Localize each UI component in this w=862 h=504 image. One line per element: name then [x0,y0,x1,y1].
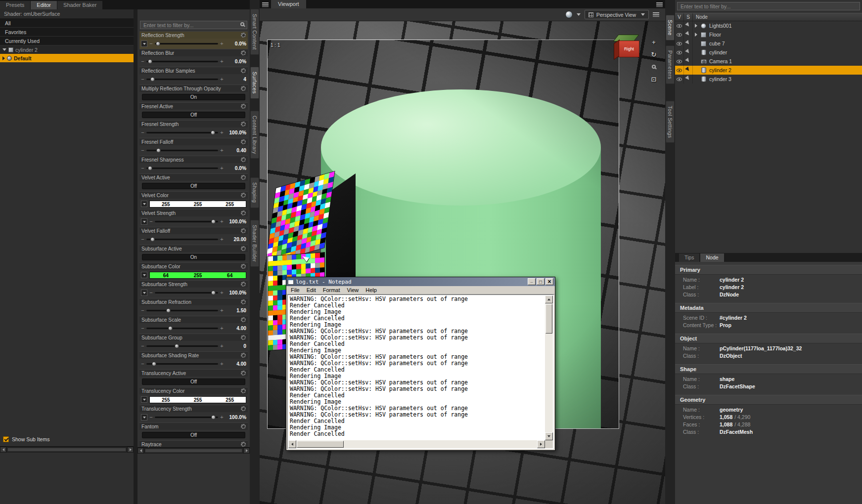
orientation-cube-front[interactable]: Right [619,41,639,57]
slider-track[interactable] [146,239,218,240]
gear-icon[interactable] [241,299,246,304]
expand-open-icon[interactable] [2,48,6,51]
gear-icon[interactable] [241,264,246,269]
eye-icon[interactable] [677,60,682,63]
decrement-button[interactable] [141,77,144,82]
increment-button[interactable] [220,219,224,224]
show-sub-items-option[interactable]: Show Sub Items [3,436,49,442]
slider-track[interactable] [155,417,218,418]
gear-icon[interactable] [241,104,246,109]
dock-tab-shader-builder[interactable]: Shader Builder [250,220,259,267]
decrement-button[interactable] [141,308,144,313]
slider-thumb[interactable] [148,59,152,64]
slider-track[interactable] [146,150,218,151]
gear-icon[interactable] [241,86,246,91]
param-value[interactable]: 100.0% [226,415,246,420]
slider-thumb[interactable] [211,219,216,224]
scroll-right-button[interactable] [537,440,545,448]
eye-icon[interactable] [677,51,682,54]
decrement-button[interactable] [141,166,144,171]
toggle-translucency-active[interactable]: Off [142,378,245,385]
increment-button[interactable] [220,59,224,64]
decrement-button[interactable] [149,415,153,420]
dock-tab-scene[interactable]: Scene [666,15,675,41]
gear-icon[interactable] [241,282,246,287]
tab-node[interactable]: Node [700,253,724,262]
scroll-up-button[interactable] [545,295,553,303]
cursor-icon[interactable] [685,31,692,38]
zoom-tool-icon[interactable] [650,63,658,71]
tab-presets[interactable]: Presets [0,1,30,9]
gear-icon[interactable] [241,371,246,376]
gear-icon[interactable] [241,139,246,144]
toggle-fantom[interactable]: Off [142,432,245,438]
gear-icon[interactable] [241,424,246,429]
gear-icon[interactable] [241,246,246,251]
map-menu-button[interactable] [141,396,147,403]
notepad-window[interactable]: log.txt - Notepad FileEditFormatViewHelp… [286,277,555,451]
color-channel-value[interactable]: 255 [214,201,246,207]
decrement-button[interactable] [149,290,153,295]
checkbox-checked-icon[interactable] [3,436,9,442]
slider-thumb[interactable] [211,130,215,135]
close-button[interactable] [545,278,553,285]
color-swatch[interactable]: 6425564 [149,272,246,279]
log-text-area[interactable]: WARNING: QColor::setHsv: HSV parameters … [288,295,545,440]
expand-arrow-icon[interactable] [695,24,697,28]
tab-viewport[interactable]: Viewport [271,0,306,8]
column-node[interactable]: Node [693,13,862,21]
cursor-icon[interactable] [685,76,692,83]
decrement-button[interactable] [149,219,153,224]
slider-track[interactable] [146,79,218,80]
increment-button[interactable] [220,415,224,420]
maximize-button[interactable] [537,278,544,285]
slider-thumb[interactable] [150,77,155,82]
panel-divider[interactable] [134,9,137,504]
gear-icon[interactable] [241,228,246,233]
slider-thumb[interactable] [150,237,155,242]
dock-tab-smart-content[interactable]: Smart Content [250,9,259,55]
decrement-button[interactable] [141,343,144,349]
pane-options-icon[interactable] [656,2,663,7]
scroll-left-button[interactable] [0,447,6,453]
eye-icon[interactable] [677,24,682,28]
color-swatch[interactable]: 255255255 [149,201,246,208]
gear-icon[interactable] [241,33,246,38]
slider-thumb[interactable] [156,42,160,46]
param-value[interactable]: 1.50 [226,308,246,313]
decrement-button[interactable] [141,130,144,135]
toggle-subsurface-active[interactable]: On [142,254,245,260]
tree-item-cylinder-2[interactable]: cylinder 2 [0,45,134,54]
toggle-multiply-reflection-through-opacity[interactable]: On [142,94,245,100]
cursor-icon[interactable] [685,58,692,65]
color-channel-value[interactable]: 255 [150,397,182,403]
param-value[interactable]: 100.0% [226,130,246,135]
decrement-button[interactable] [141,237,144,242]
slider-track[interactable] [146,363,218,365]
slider-thumb[interactable] [175,344,179,348]
scroll-left-button[interactable] [288,440,296,448]
gear-icon[interactable] [241,157,246,162]
param-value[interactable]: 4 [226,77,246,82]
dock-tab-content-library[interactable]: Content Library [250,111,259,159]
decrement-button[interactable] [141,361,144,367]
scene-node-cylinder[interactable]: cylinder [675,48,862,57]
eye-icon[interactable] [677,42,682,45]
orbit-tool-icon[interactable]: ↻ [650,50,658,58]
decrement-button[interactable] [141,59,144,64]
slider-thumb[interactable] [156,148,161,153]
gear-icon[interactable] [241,68,246,73]
menu-help[interactable]: Help [362,287,380,294]
dock-tab-shaping[interactable]: Shaping [250,177,259,208]
map-menu-button[interactable] [141,41,147,47]
scroll-left-button[interactable] [137,448,144,454]
horizontal-scrollbar[interactable] [0,446,134,453]
gear-icon[interactable] [241,175,246,180]
menu-view[interactable]: View [344,287,363,294]
param-value[interactable]: 0.40 [226,148,246,153]
pane-menu-icon[interactable] [262,2,269,7]
scene-node-cylinder-3[interactable]: cylinder 3 [675,75,862,84]
increment-button[interactable] [220,166,224,171]
color-channel-value[interactable]: 255 [150,201,182,207]
slider-track[interactable] [146,328,218,329]
